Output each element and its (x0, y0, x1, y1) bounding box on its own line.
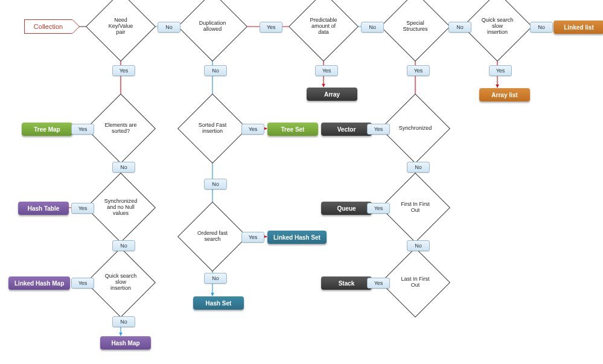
start-node: Collection (24, 19, 72, 34)
decision-sync-no-null: Synchronized and no Null values (96, 183, 145, 232)
pill-yes: Yes (112, 65, 135, 76)
decision-duplication: Duplication allowed (188, 2, 237, 51)
decision-sorted-elements: Elements are sorted? (96, 104, 145, 153)
pill-no: No (407, 162, 430, 173)
pill-no: No (448, 22, 471, 33)
result-tree-map: Tree Map (22, 123, 72, 136)
decision-synchronized: Synchronized (391, 104, 440, 153)
decision-quick-search-right: Quick search slow insertion (473, 2, 522, 51)
result-array: Array (307, 88, 357, 101)
pill-yes: Yes (71, 203, 94, 214)
pill-yes: Yes (407, 65, 430, 76)
result-queue: Queue (321, 202, 372, 215)
pill-yes: Yes (315, 65, 338, 76)
result-vector: Vector (321, 123, 372, 136)
decision-lifo: Last In First Out (391, 258, 440, 307)
pill-yes: Yes (241, 124, 264, 135)
pill-no: No (530, 22, 553, 33)
start-label: Collection (34, 23, 63, 30)
result-linked-list: Linked list (554, 21, 603, 34)
pill-yes: Yes (241, 232, 264, 243)
result-array-list: Array list (479, 88, 530, 101)
pill-yes: Yes (71, 278, 94, 289)
decision-quick-search-left: Quick search slow insertion (96, 258, 145, 307)
result-linked-hash-set: Linked Hash Set (267, 231, 327, 244)
pill-no: No (158, 22, 180, 33)
pill-no: No (204, 179, 227, 190)
decision-ordered-fast-search: Ordered fast search (188, 212, 237, 261)
decision-special-structures: Special Structures (391, 2, 440, 51)
decision-key-value: Need Key/Value pair (96, 2, 145, 51)
pill-no: No (204, 65, 227, 76)
flowchart-canvas: Collection Need Key/Value pair Duplicati… (0, 0, 603, 364)
result-hash-map: Hash Map (100, 336, 151, 350)
pill-yes: Yes (260, 22, 282, 33)
decision-predictable: Predictable amount of data (299, 2, 348, 51)
pill-no: No (204, 273, 227, 284)
decision-fifo: First In First Out (391, 183, 440, 232)
pill-yes: Yes (367, 124, 390, 135)
connectors (0, 0, 603, 364)
pill-yes: Yes (367, 203, 390, 214)
pill-no: No (407, 240, 430, 251)
pill-no: No (361, 22, 384, 33)
pill-yes: Yes (489, 65, 512, 76)
pill-yes: Yes (71, 124, 94, 135)
pill-no: No (112, 316, 135, 327)
result-linked-hash-map: Linked Hash Map (8, 276, 70, 290)
result-stack: Stack (321, 276, 372, 290)
pill-no: No (112, 162, 135, 173)
result-hash-table: Hash Table (18, 202, 69, 215)
pill-no: No (112, 240, 135, 251)
result-tree-set: Tree Set (267, 123, 318, 136)
pill-yes: Yes (367, 278, 390, 289)
decision-sorted-fast-insertion: Sorted Fast insertion (188, 104, 237, 153)
result-hash-set: Hash Set (193, 296, 244, 310)
